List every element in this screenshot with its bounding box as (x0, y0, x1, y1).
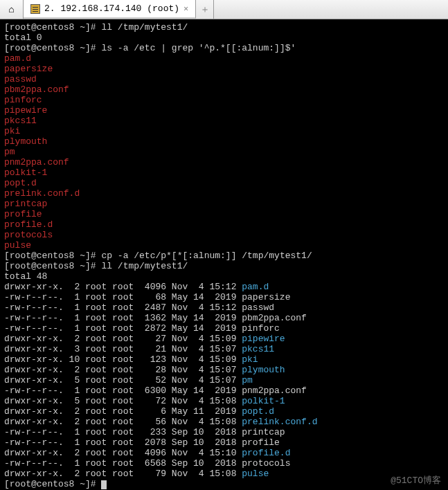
file-name: plymouth (242, 365, 285, 375)
command: cp -a /etc/p*[*[:alnum:]] /tmp/mytest1/ (101, 251, 312, 261)
add-tab[interactable]: ＋ (196, 0, 214, 19)
list-item: pulse (4, 240, 31, 251)
list-item: protocols (4, 230, 53, 240)
file-name: papersize (242, 292, 290, 302)
table-row: drwxr-xr-x. 2 root root 6 May 11 2019 (4, 406, 242, 417)
table-row: drwxr-xr-x. 2 root root 4096 Nov 4 15:12 (4, 282, 242, 292)
prompt: [root@centos8 ~]# (4, 479, 101, 489)
file-name: profile.d (242, 448, 290, 458)
prompt: [root@centos8 ~]# (4, 251, 101, 261)
table-row: -rw-r--r--. 1 root root 1362 May 14 2019 (4, 313, 242, 323)
watermark: @51CTO博客 (391, 475, 441, 486)
table-row: -rw-r--r--. 1 root root 2078 Sep 10 2018 (4, 437, 242, 448)
list-item: printcap (4, 199, 47, 209)
table-row: drwxr-xr-x. 2 root root 4096 Nov 4 15:10 (4, 448, 242, 458)
table-row: -rw-r--r--. 1 root root 68 May 14 2019 (4, 292, 242, 302)
table-row: -rw-r--r--. 1 root root 6300 May 14 2019 (4, 385, 242, 396)
file-name: polkit-1 (242, 396, 285, 406)
prompt: [root@centos8 ~]# (4, 261, 101, 271)
session-tab[interactable]: 2. 192.168.174.140 (root) ✕ (24, 0, 196, 19)
list-item: papersize (4, 64, 53, 74)
table-row: drwxr-xr-x. 3 root root 21 Nov 4 15:07 (4, 344, 242, 354)
list-item: popt.d (4, 178, 37, 188)
tab-title: 2. 192.168.174.140 (root) (44, 3, 179, 14)
prompt: [root@centos8 ~]# (4, 43, 101, 53)
close-tab[interactable]: ✕ (183, 3, 188, 14)
table-row: drwxr-xr-x. 5 root root 72 Nov 4 15:08 (4, 396, 242, 406)
list-item: pki (4, 126, 20, 136)
list-item: pinforc (4, 95, 42, 105)
table-row: -rw-r--r--. 1 root root 6568 Sep 10 2018 (4, 458, 242, 469)
file-name: pnm2ppa.conf (242, 385, 307, 396)
plus-icon: ＋ (200, 3, 210, 16)
command: ls -a /etc | grep '^p.*[[:alnum:]]$' (101, 43, 296, 53)
file-name: pinforc (242, 323, 280, 334)
grep-output: pam.d papersize passwd pbm2ppa.conf pinf… (4, 53, 444, 251)
tool-icon (30, 4, 40, 14)
file-name: popt.d (242, 406, 274, 417)
table-row: drwxr-xr-x. 10 root root 123 Nov 4 15:09 (4, 354, 242, 365)
list-item: pm (4, 147, 15, 157)
file-name: pbm2ppa.conf (242, 313, 307, 323)
list-item: plymouth (4, 136, 47, 147)
list-item: profile (4, 209, 42, 219)
prompt: [root@centos8 ~]# (4, 22, 101, 33)
table-row: drwxr-xr-x. 2 root root 56 Nov 4 15:08 (4, 417, 242, 427)
table-row: -rw-r--r--. 1 root root 2872 May 14 2019 (4, 323, 242, 334)
table-row: -rw-r--r--. 1 root root 2487 Nov 4 15:12 (4, 302, 242, 313)
list-item: prelink.conf.d (4, 188, 80, 199)
list-item: pam.d (4, 53, 31, 64)
cursor (101, 480, 107, 489)
file-name: pipewire (242, 334, 285, 344)
file-name: passwd (242, 302, 274, 313)
list-item: profile.d (4, 219, 53, 230)
list-item: pnm2ppa.conf (4, 157, 69, 167)
ll-output: drwxr-xr-x. 2 root root 4096 Nov 4 15:12… (4, 282, 444, 479)
table-row: drwxr-xr-x. 2 root root 27 Nov 4 15:09 (4, 334, 242, 344)
terminal[interactable]: [root@centos8 ~]# ll /tmp/mytest1/ total… (0, 19, 448, 490)
output-line: total 48 (4, 271, 47, 282)
table-row: drwxr-xr-x. 2 root root 79 Nov 4 15:08 (4, 469, 242, 479)
file-name: pkcs11 (242, 344, 274, 354)
file-name: prelink.conf.d (242, 417, 317, 427)
list-item: passwd (4, 74, 37, 84)
file-name: printcap (242, 427, 285, 437)
file-name: pm (242, 375, 253, 385)
home-icon: ⌂ (8, 4, 14, 15)
table-row: -rw-r--r--. 1 root root 233 Sep 10 2018 (4, 427, 242, 437)
list-item: pipewire (4, 105, 47, 116)
list-item: pbm2ppa.conf (4, 84, 69, 95)
file-name: protocols (242, 458, 290, 469)
file-name: profile (242, 437, 280, 448)
file-name: pki (242, 354, 258, 365)
file-name: pam.d (242, 282, 269, 292)
table-row: drwxr-xr-x. 2 root root 28 Nov 4 15:07 (4, 365, 242, 375)
list-item: pkcs11 (4, 116, 37, 126)
tab-bar: ⌂ 2. 192.168.174.140 (root) ✕ ＋ (0, 0, 448, 19)
command: ll /tmp/mytest1/ (101, 261, 188, 271)
table-row: drwxr-xr-x. 5 root root 52 Nov 4 15:07 (4, 375, 242, 385)
list-item: polkit-1 (4, 167, 47, 178)
file-name: pulse (242, 469, 269, 479)
home-tab[interactable]: ⌂ (0, 0, 24, 19)
command: ll /tmp/mytest1/ (101, 22, 188, 33)
output-line: total 0 (4, 33, 42, 43)
